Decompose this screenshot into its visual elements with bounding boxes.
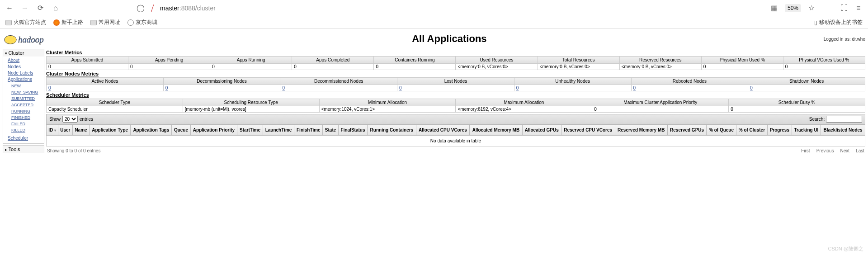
apps-col-header[interactable]: Reserved GPUs bbox=[667, 125, 706, 136]
sidebar-appstate[interactable]: FAILED bbox=[11, 121, 41, 127]
sidebar-appstate[interactable]: KILLED bbox=[11, 127, 41, 133]
cell-value: <memory:0 B, vCores:0> bbox=[538, 64, 619, 70]
apps-col-header[interactable]: State bbox=[323, 125, 338, 136]
svg-point-0 bbox=[5, 35, 16, 44]
apps-col-header[interactable]: StartTime bbox=[237, 125, 263, 136]
col-header: Maximum Allocation bbox=[456, 99, 592, 106]
apps-col-header[interactable]: % of Cluster bbox=[736, 125, 767, 136]
zoom-level[interactable]: 50% bbox=[785, 4, 801, 12]
sidebar-appstate[interactable]: NEW_SAVING bbox=[11, 89, 41, 95]
apps-col-header[interactable]: Blacklisted Nodes bbox=[821, 125, 865, 136]
mobile-bookmarks[interactable]: ▯移动设备上的书签 bbox=[814, 19, 863, 26]
apps-col-header[interactable]: Progress bbox=[767, 125, 792, 136]
bookmark-item[interactable]: 京东商城 bbox=[127, 19, 157, 26]
bookmarks-bar: 火狐官方站点 新手上路 常用网址 京东商城 ▯移动设备上的书签 bbox=[0, 16, 868, 29]
sidebar-link-nodelabels[interactable]: Node Labels bbox=[8, 70, 41, 76]
bookmark-item[interactable]: 火狐官方站点 bbox=[5, 19, 46, 26]
apps-col-header[interactable]: Application Tags bbox=[131, 125, 172, 136]
sidebar-group-tools[interactable]: Tools bbox=[3, 146, 44, 153]
cell-value: 0 bbox=[592, 106, 729, 113]
col-header: Total Resources bbox=[538, 57, 619, 64]
home-icon[interactable]: ⌂ bbox=[52, 4, 60, 12]
col-header: Scheduling Resource Type bbox=[183, 99, 319, 106]
apps-col-header[interactable]: Allocated GPUs bbox=[522, 125, 561, 136]
cell-value: <memory:8192, vCores:4> bbox=[456, 106, 592, 113]
url-path: :8088/cluster bbox=[179, 5, 216, 12]
sidebar-group-cluster[interactable]: Cluster bbox=[3, 49, 44, 57]
apps-col-header[interactable]: Name bbox=[72, 125, 89, 136]
cell-value: 0 bbox=[47, 85, 164, 91]
bookmark-item[interactable]: 常用网址 bbox=[90, 19, 120, 26]
cell-value: 0 bbox=[514, 85, 631, 91]
col-header: Used Resources bbox=[456, 57, 538, 64]
pager-next[interactable]: Next bbox=[840, 148, 850, 153]
apps-col-header[interactable]: Tracking UI bbox=[792, 125, 821, 136]
sidebar-appstate[interactable]: RUNNING bbox=[11, 108, 41, 114]
col-header: Lost Nodes bbox=[397, 78, 514, 85]
cell-value: [memory-mb (unit=Mi), vcores] bbox=[183, 106, 319, 113]
col-header: Scheduler Busy % bbox=[729, 99, 865, 106]
col-header: Apps Submitted bbox=[47, 57, 128, 64]
reload-icon[interactable]: ⟳ bbox=[36, 4, 44, 12]
apps-col-header[interactable]: ID bbox=[47, 125, 58, 136]
menu-icon[interactable]: ≡ bbox=[854, 4, 863, 12]
search-input[interactable] bbox=[826, 116, 862, 123]
sidebar-appstate[interactable]: NEW bbox=[11, 83, 41, 89]
apps-col-header[interactable]: FinishTime bbox=[294, 125, 323, 136]
qr-icon[interactable]: ▦ bbox=[770, 4, 778, 12]
pager-first[interactable]: First bbox=[801, 148, 810, 153]
hadoop-logo: hadoop bbox=[3, 31, 75, 47]
apps-col-header[interactable]: FinalStatus bbox=[338, 125, 368, 136]
sidebar-link-scheduler[interactable]: Scheduler bbox=[8, 135, 41, 142]
browser-nav-bar: ← → ⟳ ⌂ ◯ ⧸ master:8088/cluster ▦ 50% ☆ … bbox=[0, 0, 868, 16]
firefox-icon bbox=[53, 19, 60, 26]
sidebar-appstate[interactable]: SUBMITTED bbox=[11, 95, 41, 102]
sidebar-appstate[interactable]: ACCEPTED bbox=[11, 102, 41, 108]
section-cluster-metrics: Cluster Metrics bbox=[46, 50, 865, 55]
cell-value: 0 bbox=[631, 85, 748, 91]
col-header: Apps Running bbox=[210, 57, 292, 64]
cell-value: <memory:0 B, vCores:0> bbox=[619, 64, 701, 70]
apps-col-header[interactable]: Application Type bbox=[90, 125, 131, 136]
cell-value: 0 bbox=[397, 85, 514, 91]
sidebar-link-applications[interactable]: Applications bbox=[8, 76, 41, 83]
extensions-icon[interactable]: ⛶ bbox=[840, 4, 848, 12]
cell-value: <memory:0 B, vCores:0> bbox=[456, 64, 538, 70]
sidebar: Cluster About Nodes Node Labels Applicat… bbox=[3, 49, 44, 155]
cell-value: 0 bbox=[210, 64, 292, 70]
show-label: Show bbox=[49, 117, 61, 122]
shield-icon: ◯ bbox=[137, 4, 145, 12]
apps-col-header[interactable]: LaunchTime bbox=[263, 125, 294, 136]
cell-value: 0 bbox=[701, 64, 783, 70]
apps-col-header[interactable]: Queue bbox=[172, 125, 190, 136]
sidebar-appstate[interactable]: FINISHED bbox=[11, 114, 41, 121]
forward-icon[interactable]: → bbox=[21, 4, 29, 12]
apps-col-header[interactable]: % of Queue bbox=[707, 125, 736, 136]
apps-col-header[interactable]: Allocated CPU VCores bbox=[416, 125, 470, 136]
cell-value: Capacity Scheduler bbox=[47, 106, 183, 113]
bookmark-star-icon[interactable]: ☆ bbox=[807, 4, 816, 12]
apps-col-header[interactable]: Application Priority bbox=[190, 125, 237, 136]
bookmark-item[interactable]: 新手上路 bbox=[53, 19, 83, 26]
pager-prev[interactable]: Previous bbox=[816, 148, 834, 153]
sidebar-link-nodes[interactable]: Nodes bbox=[8, 64, 41, 70]
cell-value: 0 bbox=[374, 64, 456, 70]
col-header: Maximum Cluster Application Priority bbox=[592, 99, 729, 106]
col-header: Rebooted Nodes bbox=[631, 78, 748, 85]
back-icon[interactable]: ← bbox=[5, 4, 14, 12]
page-size-select[interactable]: 20 bbox=[62, 116, 78, 123]
scheduler-metrics-table: Scheduler TypeScheduling Resource TypeMi… bbox=[46, 99, 865, 113]
col-header: Unhealthy Nodes bbox=[514, 78, 631, 85]
apps-col-header[interactable]: Reserved Memory MB bbox=[615, 125, 667, 136]
pager-last[interactable]: Last bbox=[856, 148, 864, 153]
cluster-metrics-table: Apps SubmittedApps PendingApps RunningAp… bbox=[46, 56, 865, 70]
apps-col-header[interactable]: Running Containers bbox=[368, 125, 416, 136]
url-bar[interactable]: ◯ ⧸ master:8088/cluster bbox=[133, 2, 675, 14]
content: Cluster Metrics Apps SubmittedApps Pendi… bbox=[46, 49, 865, 155]
sidebar-link-about[interactable]: About bbox=[8, 57, 41, 64]
apps-col-header[interactable]: Allocated Memory MB bbox=[470, 125, 522, 136]
svg-text:hadoop: hadoop bbox=[18, 35, 44, 44]
apps-col-header[interactable]: User bbox=[58, 125, 72, 136]
section-nodes-metrics: Cluster Nodes Metrics bbox=[46, 71, 865, 76]
apps-col-header[interactable]: Reserved CPU VCores bbox=[561, 125, 615, 136]
